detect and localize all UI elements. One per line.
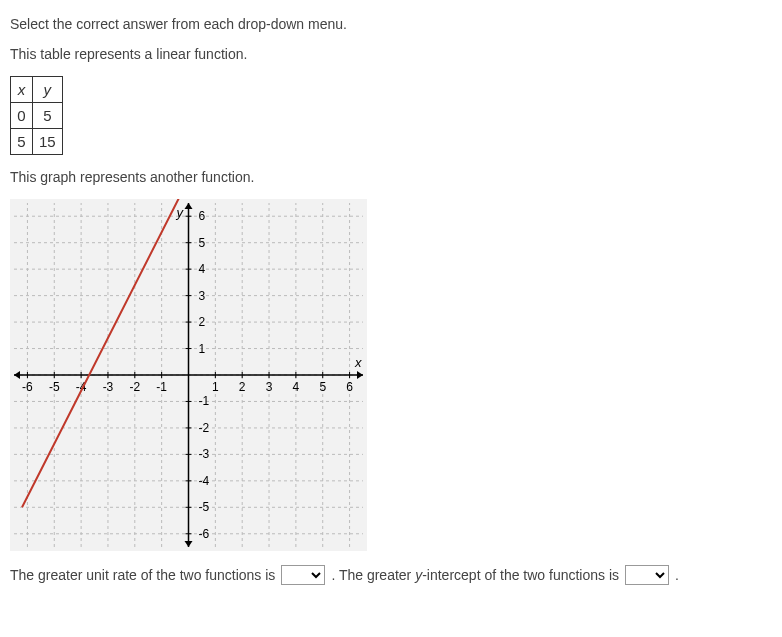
table-header-row: x y — [11, 77, 63, 103]
table-cell: 5 — [33, 103, 63, 129]
svg-text:4: 4 — [293, 380, 300, 394]
sentence-text: . The greater — [331, 567, 415, 583]
svg-text:2: 2 — [239, 380, 246, 394]
svg-text:-6: -6 — [22, 380, 33, 394]
table-cell: 5 — [11, 129, 33, 155]
y-intercept-dropdown[interactable] — [625, 565, 669, 585]
instruction-text: Select the correct answer from each drop… — [10, 16, 772, 32]
sentence-part-2: . The greater y-intercept of the two fun… — [331, 567, 619, 583]
svg-text:5: 5 — [199, 236, 206, 250]
svg-text:1: 1 — [212, 380, 219, 394]
svg-text:-3: -3 — [199, 447, 210, 461]
table-header-x: x — [11, 77, 33, 103]
svg-text:-4: -4 — [199, 474, 210, 488]
svg-text:-1: -1 — [199, 394, 210, 408]
svg-text:-2: -2 — [129, 380, 140, 394]
svg-text:-3: -3 — [103, 380, 114, 394]
sentence-part-1: The greater unit rate of the two functio… — [10, 567, 275, 583]
graph-svg: -6-5-4-3-2-1123456-6-5-4-3-2-1123456xy — [10, 199, 367, 551]
svg-text:x: x — [354, 355, 362, 370]
svg-text:-6: -6 — [199, 527, 210, 541]
svg-text:-5: -5 — [199, 500, 210, 514]
sentence-text: -intercept of the two functions is — [422, 567, 619, 583]
svg-text:-2: -2 — [199, 421, 210, 435]
svg-text:3: 3 — [266, 380, 273, 394]
answer-sentence: The greater unit rate of the two functio… — [10, 565, 772, 585]
table-intro-text: This table represents a linear function. — [10, 46, 772, 62]
svg-text:6: 6 — [199, 209, 206, 223]
sentence-part-3: . — [675, 567, 679, 583]
table-cell: 0 — [11, 103, 33, 129]
function-graph: -6-5-4-3-2-1123456-6-5-4-3-2-1123456xy — [10, 199, 367, 551]
svg-text:3: 3 — [199, 289, 206, 303]
svg-text:2: 2 — [199, 315, 206, 329]
table-cell: 15 — [33, 129, 63, 155]
table-row: 0 5 — [11, 103, 63, 129]
svg-text:4: 4 — [199, 262, 206, 276]
table-header-y: y — [33, 77, 63, 103]
function-table: x y 0 5 5 15 — [10, 76, 63, 155]
svg-text:6: 6 — [346, 380, 353, 394]
table-row: 5 15 — [11, 129, 63, 155]
graph-intro-text: This graph represents another function. — [10, 169, 772, 185]
svg-text:5: 5 — [319, 380, 326, 394]
unit-rate-dropdown[interactable] — [281, 565, 325, 585]
svg-text:1: 1 — [199, 342, 206, 356]
svg-text:-5: -5 — [49, 380, 60, 394]
svg-text:-1: -1 — [156, 380, 167, 394]
